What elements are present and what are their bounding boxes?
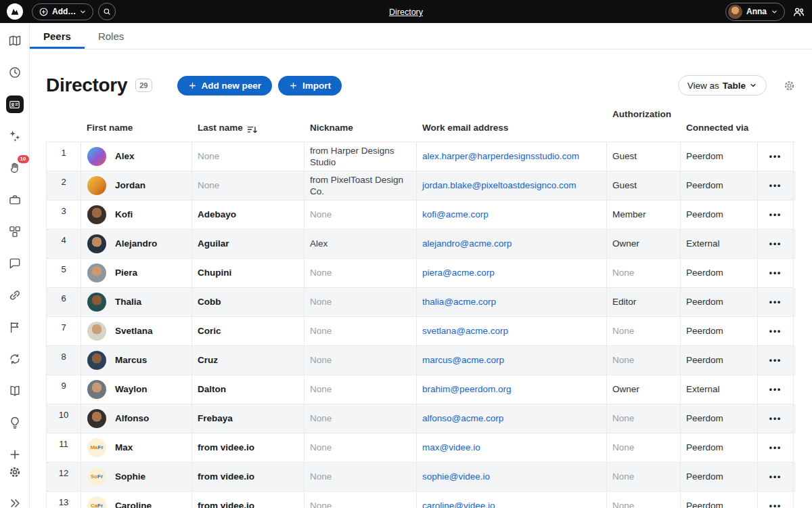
row-actions-button[interactable]: ••• bbox=[769, 297, 782, 307]
sidebar-item-directory[interactable] bbox=[6, 96, 24, 113]
nickname: Alex bbox=[304, 230, 417, 259]
table-row[interactable]: 4 Alejandro Aguilar Alex alejandro@acme.… bbox=[46, 230, 796, 259]
table-row[interactable]: 2 Jordan None from PixelToast Design Co.… bbox=[46, 171, 796, 200]
header-nickname[interactable]: Nickname bbox=[304, 122, 417, 142]
import-button[interactable]: Import bbox=[278, 76, 342, 96]
first-name-cell: Svetlana bbox=[81, 317, 192, 346]
add-new-peer-button[interactable]: Add new peer bbox=[177, 76, 273, 96]
table-row[interactable]: 12 SoFr Sophie from videe.io None sophie… bbox=[46, 463, 796, 492]
table-row[interactable]: 13 CaFr Caroline from videe.io None caro… bbox=[46, 492, 796, 508]
table-row[interactable]: 5 Piera Chupini None piera@acme.corp Non… bbox=[46, 259, 796, 288]
table-settings-button[interactable] bbox=[783, 79, 796, 92]
sidebar-item-onboarding[interactable] bbox=[6, 127, 24, 145]
connected-via: Peerdom bbox=[681, 288, 758, 317]
double-chevron-right-icon bbox=[8, 496, 22, 508]
sidebar-item-sync[interactable] bbox=[6, 350, 24, 368]
sidebar-item-handbook[interactable] bbox=[6, 382, 24, 400]
sidebar-item-map[interactable] bbox=[6, 32, 24, 49]
first-name-cell: Kofi bbox=[81, 200, 192, 230]
peer-avatar: MaFr bbox=[87, 438, 106, 457]
nickname: None bbox=[304, 463, 417, 492]
last-name: None bbox=[192, 171, 304, 200]
header-email[interactable]: Work email address bbox=[417, 122, 607, 142]
user-menu[interactable]: Anna bbox=[725, 3, 785, 21]
sidebar-item-flags[interactable] bbox=[6, 318, 24, 336]
table-row[interactable]: 6 Thalia Cobb None thalia@acme.corp Edit… bbox=[46, 288, 796, 317]
email-link[interactable]: marcus@acme.corp bbox=[422, 354, 504, 366]
sidebar-item-integrations[interactable] bbox=[6, 287, 24, 304]
row-actions-button[interactable]: ••• bbox=[769, 152, 782, 161]
sidebar-item-celebrations[interactable]: 10 bbox=[6, 159, 24, 177]
header-authorization[interactable]: Authorization bbox=[607, 108, 681, 142]
email-cell: jordan.blake@pixeltoastdesignco.com bbox=[417, 171, 607, 200]
email-link[interactable]: sophie@videe.io bbox=[422, 471, 490, 482]
sidebar-item-work[interactable] bbox=[6, 191, 24, 209]
header-first-name[interactable]: First name bbox=[81, 122, 192, 142]
header-connected-via[interactable]: Connected via bbox=[681, 122, 758, 142]
row-actions-button[interactable]: ••• bbox=[769, 239, 782, 249]
row-actions-button[interactable]: ••• bbox=[769, 472, 782, 482]
members-button[interactable] bbox=[792, 5, 805, 18]
view-as-selector[interactable]: View as Table bbox=[678, 75, 767, 96]
last-name: Cobb bbox=[192, 288, 304, 317]
tab-roles[interactable]: Roles bbox=[85, 23, 137, 49]
row-actions-button[interactable]: ••• bbox=[769, 326, 782, 336]
sidebar-collapse-button[interactable] bbox=[6, 494, 24, 508]
blocks-icon bbox=[8, 225, 22, 238]
email-link[interactable]: kofi@acme.corp bbox=[422, 209, 489, 220]
email-link[interactable]: jordan.blake@pixeltoastdesignco.com bbox=[422, 179, 577, 191]
row-actions-button[interactable]: ••• bbox=[769, 414, 782, 423]
actions-cell: ••• bbox=[758, 346, 794, 375]
email-link[interactable]: piera@acme.corp bbox=[422, 267, 495, 278]
email-link[interactable]: alex.harper@harperdesignsstudio.com bbox=[422, 150, 579, 162]
table-row[interactable]: 8 Marcus Cruz None marcus@acme.corp None… bbox=[46, 346, 796, 375]
peer-avatar: CaFr bbox=[87, 496, 106, 508]
email-link[interactable]: alejandro@acme.corp bbox=[422, 238, 512, 249]
row-actions-button[interactable]: ••• bbox=[769, 268, 782, 278]
row-actions-button[interactable]: ••• bbox=[769, 181, 782, 190]
row-actions-button[interactable]: ••• bbox=[769, 210, 782, 219]
email-link[interactable]: brahim@peerdom.org bbox=[422, 383, 512, 395]
authorization: None bbox=[607, 492, 681, 508]
email-link[interactable]: max@videe.io bbox=[422, 442, 480, 453]
email-link[interactable]: svetlana@acme.corp bbox=[422, 325, 508, 337]
table-row[interactable]: 1 Alex None from Harper Designs Studio a… bbox=[46, 142, 796, 171]
chevron-down-icon bbox=[771, 8, 778, 16]
email-link[interactable]: alfonso@acme.corp bbox=[422, 412, 503, 424]
first-name-cell: Alex bbox=[81, 142, 192, 171]
view-controls: View as Table bbox=[678, 75, 796, 96]
plus-icon bbox=[289, 81, 298, 90]
nickname: None bbox=[304, 404, 417, 433]
sidebar-item-projects[interactable] bbox=[6, 223, 24, 240]
user-name: Anna bbox=[746, 7, 767, 16]
table-row[interactable]: 11 MaFr Max from videe.io None max@videe… bbox=[46, 433, 796, 463]
last-name: None bbox=[192, 142, 304, 171]
actions-cell: ••• bbox=[758, 171, 794, 200]
header-last-name[interactable]: Last name bbox=[192, 122, 304, 142]
peer-count-badge: 29 bbox=[135, 79, 152, 92]
sidebar-item-insights[interactable] bbox=[6, 414, 24, 431]
sidebar-item-add[interactable] bbox=[6, 446, 24, 463]
email-link[interactable]: thalia@acme.corp bbox=[422, 296, 496, 308]
view-as-value: Table bbox=[723, 81, 746, 91]
row-actions-button[interactable]: ••• bbox=[769, 501, 782, 508]
table-row[interactable]: 3 Kofi Adebayo None kofi@acme.corp Membe… bbox=[46, 200, 796, 230]
authorization: Owner bbox=[607, 375, 681, 404]
connected-via: Peerdom bbox=[681, 463, 758, 492]
peer-avatar: SoFr bbox=[87, 467, 106, 486]
page-title: Directory bbox=[46, 75, 127, 96]
row-actions-button[interactable]: ••• bbox=[769, 443, 782, 452]
sidebar-item-settings[interactable] bbox=[6, 463, 24, 481]
sidebar-item-messages[interactable] bbox=[6, 255, 24, 272]
directory-breadcrumb-link[interactable]: Directory bbox=[389, 7, 423, 17]
sidebar-item-history[interactable] bbox=[6, 64, 24, 81]
email-link[interactable]: caroline@videe.io bbox=[422, 500, 495, 508]
tab-peers[interactable]: Peers bbox=[30, 23, 85, 49]
table-row[interactable]: 9 Waylon Dalton None brahim@peerdom.org … bbox=[46, 375, 796, 404]
row-actions-button[interactable]: ••• bbox=[769, 356, 782, 365]
row-actions-button[interactable]: ••• bbox=[769, 385, 782, 394]
table-row[interactable]: 7 Svetlana Coric None svetlana@acme.corp… bbox=[46, 317, 796, 346]
table-row[interactable]: 10 Alfonso Frebaya None alfonso@acme.cor… bbox=[46, 404, 796, 433]
first-name: Caroline bbox=[115, 500, 152, 508]
connected-via: External bbox=[681, 230, 758, 259]
